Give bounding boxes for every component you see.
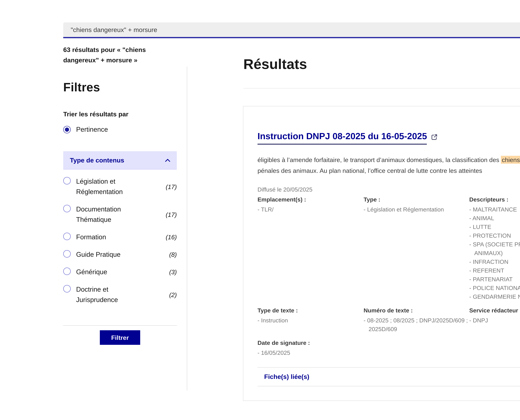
radio-icon[interactable] [63,250,71,258]
metadata-value: - SPA (SOCIETE PROTECTRICE DES ANIMAUX) [469,240,520,258]
search-bar: Rechercher [63,22,520,38]
facet-option-count: (17) [166,211,177,218]
metadata-value: - INFRACTION [469,258,520,266]
metadata-value: - LUTTE [469,223,520,231]
metadata-value: - 16/05/2025 [257,349,364,357]
facet-option-label: Documentation Thématique [76,204,143,225]
radio-icon[interactable] [63,177,71,184]
sidebar-divider [63,325,177,326]
metadata-values: - Législation et Réglementation [364,205,469,214]
result-card: Instruction DNPJ 08-2025 du 16-05-2025 é… [243,106,520,401]
facet-option-count: (17) [166,183,177,190]
metadata-values: - DNPJ [469,316,520,325]
facet-option-count: (8) [169,251,177,258]
page-title: Résultats [243,56,307,72]
metadata-values: - TLR/ [257,205,364,214]
metadata-label: Emplacement(s) : [257,196,364,203]
metadata-value: - PARTENARIAT [469,275,520,284]
filter-button[interactable]: Filtrer [100,330,140,345]
facet-option[interactable]: Documentation Thématique (17) [63,204,177,225]
snippet-before: éligibles à l’amende forfaitaire, le tra… [257,156,501,163]
external-link-icon [431,134,438,140]
radio-icon[interactable] [63,268,71,275]
metadata-value: - MALTRAITANCE [469,205,520,214]
metadata-value: - POLICE NATIONALE [469,284,520,292]
facet-header-type-de-contenus[interactable]: Type de contenus [63,151,177,170]
radio-icon[interactable] [63,126,71,133]
metadata-label: Date de signature : [257,339,364,347]
metadata-value: - PROTECTION [469,231,520,240]
metadata-field: Service rédacteur : - DNPJ [469,307,520,334]
facet-title: Type de contenus [70,156,124,164]
facet-option-label: Formation [76,232,143,242]
result-title-text: Instruction DNPJ 08-2025 du 16-05-2025 [257,131,427,145]
facet-option-label: Guide Pratique [76,249,143,260]
linked-sheets-accordion[interactable]: Fiche(s) liée(s) [257,367,520,386]
metadata-field: Type : - Législation et Réglementation [364,196,469,301]
sort-options: Pertinence [63,126,177,133]
radio-icon[interactable] [63,233,71,240]
metadata-value: - REFERENT [469,266,520,275]
snippet-highlight: chiens [501,156,520,164]
radio-icon[interactable] [63,205,71,212]
metadata-value: - DNPJ [469,316,520,325]
metadata-label: Service rédacteur : [469,307,520,315]
metadata-label: Type de texte : [257,307,364,315]
result-title-link[interactable]: Instruction DNPJ 08-2025 du 16-05-2025 [257,131,438,145]
facet-option[interactable]: Guide Pratique (8) [63,249,177,260]
metadata-field: Emplacement(s) : - TLR/ [257,196,364,301]
filters-title: Filtres [63,81,100,94]
metadata-value: - ANIMAL [469,214,520,223]
facet-option-count: (3) [169,268,177,275]
facet-option[interactable]: Formation (16) [63,232,177,242]
metadata-label: Numéro de texte : [364,307,469,315]
published-date: Diffusé le 20/05/2025 [257,186,520,193]
facet-option-label: Générique [76,267,143,277]
facet-options: Législation et Réglementation (17) Docum… [63,176,177,312]
metadata-label: Descripteurs : [469,196,520,203]
metadata-field: Date de signature : - 16/05/2025 [257,339,364,357]
metadata-value: - Instruction [257,316,364,325]
metadata-values: - MALTRAITANCE- ANIMAL- LUTTE- PROTECTIO… [469,205,520,301]
search-input[interactable] [63,22,520,37]
facet-option-label: Doctrine et Jurisprudence [76,284,143,305]
metadata-value: - TLR/ [257,205,364,214]
metadata-label: Type : [364,196,469,203]
metadata-value: - 08-2025 ; 08/2025 ; DNPJ/2025D/609 ; 2… [364,316,469,334]
facet-option[interactable]: Doctrine et Jurisprudence (2) [63,284,177,305]
metadata-values: - Instruction [257,316,364,325]
page: Rechercher 63 résultats pour « "chiens d… [0,0,520,420]
sort-section-label: Trier les résultats par [63,111,128,118]
metadata-field: Descripteurs : - MALTRAITANCE- ANIMAL- L… [469,196,520,301]
facet-option-count: (16) [166,233,177,240]
result-metadata: Emplacement(s) : - TLR/ Type : - Législa… [257,196,520,357]
vertical-divider [187,67,187,390]
facet-option[interactable]: Générique (3) [63,267,177,277]
results-divider [243,88,520,89]
chevron-up-icon [165,158,170,162]
metadata-value: - GENDARMERIE NATIONALE [469,292,520,301]
metadata-value: - Législation et Réglementation [364,205,469,214]
result-snippet: éligibles à l’amende forfaitaire, le tra… [257,155,520,176]
metadata-field: Type de texte : - Instruction [257,307,364,334]
facet-option-label: Législation et Réglementation [76,176,143,197]
sort-option-label: Pertinence [76,126,108,133]
metadata-values: - 16/05/2025 [257,349,364,357]
facet-option[interactable]: Législation et Réglementation (17) [63,176,177,197]
radio-icon[interactable] [63,285,71,292]
facet-option-count: (2) [169,291,177,298]
linked-sheets-label: Fiche(s) liée(s) [264,373,309,381]
sort-option-pertinence[interactable]: Pertinence [63,126,177,133]
results-count-summary: 63 résultats pour « "chiens dangereux" +… [63,45,160,65]
filter-button-container: Filtrer [63,330,177,345]
metadata-values: - 08-2025 ; 08/2025 ; DNPJ/2025D/609 ; 2… [364,316,469,334]
metadata-field: Numéro de texte : - 08-2025 ; 08/2025 ; … [364,307,469,334]
